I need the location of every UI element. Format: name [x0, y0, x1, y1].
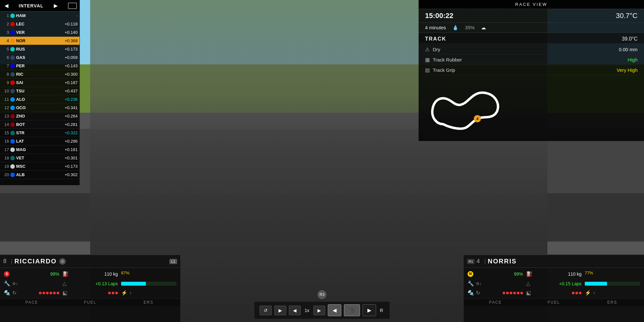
norris-footer: PACE FUEL ERS	[464, 298, 644, 306]
timing-pos: 9	[2, 80, 9, 85]
timing-pos: 10	[2, 89, 9, 93]
timing-row: 5 RUS +0.173	[0, 45, 80, 53]
track-grip-val: Very High	[617, 67, 638, 73]
driver-interval: +0.302	[65, 172, 78, 177]
driver-code: MSC	[16, 164, 30, 169]
timing-row: 13 ZHO +0.264	[0, 112, 80, 120]
dot6	[57, 292, 59, 294]
ricciardo-delta-stat: △ +0.13 Laps	[61, 279, 119, 288]
ricciardo-brake-stat: 🔩 ↻	[3, 289, 61, 297]
driver-interval: +0.281	[65, 122, 78, 127]
prev-speed-button[interactable]: ◀	[289, 306, 301, 315]
ricciardo-tire-stat: S 99%	[3, 269, 61, 279]
timing-title: INTERVAL	[19, 3, 43, 8]
timing-view-icon[interactable]	[68, 3, 77, 9]
driver-code: ALB	[16, 172, 30, 177]
timing-pos: 5	[2, 47, 9, 52]
norris-arrow-up	[593, 290, 595, 296]
weather-humidity: 35%	[465, 25, 475, 31]
ricciardo-dots2	[108, 292, 118, 294]
timing-nav-left[interactable]: ◀	[3, 2, 10, 9]
team-icon	[10, 47, 15, 52]
team-icon	[10, 30, 15, 35]
driver-interval: +0.236	[65, 97, 78, 102]
ndot3	[510, 292, 512, 294]
weather-minutes: 4 minutes	[425, 25, 446, 31]
driver-interval: +0.173	[65, 164, 78, 169]
race-view-header: RACE VIEW	[419, 0, 644, 9]
ndot1	[503, 292, 505, 294]
driver-interval: +0.059	[65, 55, 78, 60]
dot8	[112, 292, 114, 294]
ricciardo-lap-badge: L1	[169, 259, 177, 264]
ndot5	[517, 292, 519, 294]
ricciardo-tire-wear-stat: 🔧 ⚙↕	[3, 279, 61, 288]
hud-panel-norris: R1 4 | NORRIS M 99% ⛽ 110 kg 77%	[464, 254, 644, 322]
driver-interval: +0.118	[65, 22, 78, 26]
team-icon	[10, 22, 15, 26]
weather-bar: 15:00:22 30.7°C	[419, 9, 644, 23]
dry-label: Dry	[433, 47, 619, 52]
driver-interval: +0.296	[65, 139, 78, 144]
timing-pos: 14	[2, 122, 9, 127]
norris-fuel-kg: 110 kg	[568, 271, 582, 277]
team-icon	[10, 55, 15, 60]
ricciardo-fuel-bar-stat: 87%	[120, 269, 178, 279]
ricciardo-delta-icon: △	[62, 280, 69, 287]
norris-pace-label: PACE	[466, 300, 525, 305]
camera-left-button[interactable]: ◀	[328, 304, 341, 316]
camera-center-button[interactable]: 🎥	[344, 304, 360, 316]
track-conditions: ⚠ Dry 0.00 mm ▦ Track Rubber High ▤ Trac…	[419, 43, 644, 79]
hud-panel-ricciardo: 8 | RICCIARDO ⊙ L1 S 99% ⛽ 110 kg 87%	[0, 254, 180, 322]
norris-dots1	[503, 292, 523, 294]
ricciardo-fuel-icon: ⛽	[62, 271, 69, 277]
driver-interval: +0.187	[65, 80, 78, 85]
track-temp-bar: TRACK 39.0°C	[419, 33, 644, 43]
ndot2	[506, 292, 509, 294]
timing-row: 1 HAM -	[0, 12, 80, 20]
norris-fuel-bar-stat: 77%	[583, 269, 641, 279]
driver-interval: +0.173	[65, 47, 78, 52]
timing-pos: 11	[2, 97, 9, 102]
timing-row: 16 LAT +0.296	[0, 137, 80, 146]
timing-row: 2 LEC +0.118	[0, 20, 80, 28]
timing-nav-right[interactable]: ▶	[52, 2, 60, 9]
norris-ers-bar-stat	[583, 279, 641, 288]
play-button[interactable]: ▶	[274, 306, 286, 315]
ricciardo-dots1	[39, 292, 59, 294]
ricciardo-drs-icon: ⬕	[62, 290, 69, 296]
driver-code: MAG	[16, 147, 30, 152]
driver-code: RUS	[16, 47, 30, 52]
norris-tire-wear-icon: 🔧	[468, 280, 474, 287]
timing-pos: 19	[2, 164, 9, 169]
camera-right-button[interactable]: ▶	[363, 304, 376, 316]
norris-ers-footer: ERS	[583, 300, 641, 305]
team-icon	[10, 72, 15, 77]
right-panel: RACE VIEW 15:00:22 30.7°C 4 minutes 💧 35…	[419, 0, 644, 141]
ricciardo-delta: +0.13 Laps	[95, 281, 118, 286]
ricciardo-ers-progress	[121, 282, 176, 286]
ndot4	[513, 292, 516, 294]
rain-mm: 0.00 mm	[619, 47, 638, 52]
timing-row: 15 STR +0.322	[0, 129, 80, 137]
norris-fuel-stat: ⛽ 110 kg	[525, 269, 583, 279]
driver-code: LAT	[16, 139, 30, 144]
driver-code: BOT	[16, 122, 30, 127]
driver-code: VET	[16, 156, 30, 160]
driver-interval: +0.300	[65, 72, 78, 77]
ricciardo-ers-fill	[121, 282, 146, 286]
timing-tower: ◀ INTERVAL ▶ 1 HAM - 2 LEC +0.118 3 VER …	[0, 0, 80, 185]
track-rubber-label: Track Rubber	[433, 57, 628, 62]
timing-pos: 16	[2, 139, 9, 144]
norris-fuel-bar-label: 77%	[585, 270, 593, 275]
norris-tire-stat: M 99%	[466, 269, 524, 279]
track-grip-label: Track Grip	[433, 67, 617, 73]
ricciardo-stats: S 99% ⛽ 110 kg 87% 🔧 ⚙↕ △ +0.13 Laps	[0, 268, 180, 298]
next-speed-button[interactable]: ▶	[313, 306, 325, 315]
norris-brake-icon: 🔩	[468, 290, 474, 296]
norris-drs-icon: ⬕	[526, 290, 533, 296]
ricciardo-fuel-kg: 110 kg	[104, 271, 118, 277]
rewind-button[interactable]: ↺	[260, 306, 272, 315]
timing-row: 6 GAS +0.059	[0, 53, 80, 62]
timing-pos: 7	[2, 63, 9, 68]
